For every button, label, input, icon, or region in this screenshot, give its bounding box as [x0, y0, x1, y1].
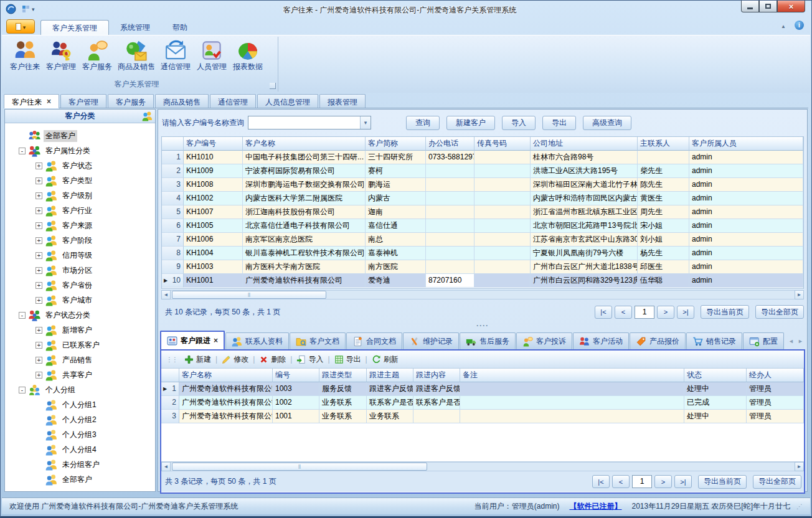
ribbon-item-report[interactable]: 报表数据 — [230, 39, 266, 72]
col-customer-code[interactable]: 客户编号 — [184, 137, 243, 151]
expand-toggle[interactable] — [35, 297, 42, 304]
col-code[interactable]: 编号 — [273, 369, 319, 382]
scroll-left-icon[interactable] — [788, 338, 794, 344]
new-button[interactable]: 新建 — [180, 354, 215, 365]
collapse-toggle[interactable] — [19, 312, 26, 319]
tree-item-ungrouped-customers[interactable]: 未分组客户 — [5, 457, 155, 472]
close-tab-icon[interactable] — [214, 336, 218, 345]
last-page-button[interactable]: >| — [677, 306, 694, 319]
doc-tab-customer-service[interactable]: 客户服务 — [108, 94, 154, 108]
advanced-query-button[interactable]: 高级查询 — [583, 116, 631, 130]
col-address[interactable]: 公司地址 — [531, 137, 638, 151]
tab-quotes[interactable]: 产品报价 — [630, 332, 686, 349]
tab-activities[interactable]: 客户活动 — [573, 332, 629, 349]
table-row[interactable]: 7KH1006南京军区南京总医院南总江苏省南京市玄武区中山东路305号刘小姐ad… — [162, 233, 803, 247]
app-menu-button[interactable] — [6, 19, 35, 34]
table-row-selected[interactable]: 1广州爱奇迪软件科技有限公司1003服务反馈跟进客户反馈...跟进客户反馈...… — [161, 382, 804, 396]
tab-maintenance[interactable]: 维护记录 — [403, 332, 459, 349]
tree-item-personal-group-3[interactable]: 个人分组3 — [5, 427, 155, 442]
tree-item-customer-city[interactable]: 客户城市 — [5, 293, 155, 308]
quick-access-toolbar[interactable] — [22, 4, 35, 13]
customer-search-combo[interactable] — [248, 116, 371, 130]
tree-item-all-customers[interactable]: 全部客户 — [5, 128, 155, 143]
scrollbar-thumb[interactable] — [172, 291, 326, 299]
tree-item-credit-rating[interactable]: 信用等级 — [5, 248, 155, 263]
dialog-launcher-icon[interactable] — [270, 83, 276, 89]
expand-toggle[interactable] — [35, 252, 42, 259]
page-number-input[interactable]: 1 — [635, 306, 654, 319]
expand-toggle[interactable] — [35, 267, 42, 274]
search-input[interactable] — [248, 116, 360, 129]
tab-customer-docs[interactable]: 客户文档 — [290, 332, 346, 349]
tree-item-customer-stage[interactable]: 客户阶段 — [5, 233, 155, 248]
last-page-button[interactable]: >| — [674, 475, 692, 488]
tab-sales-records[interactable]: 销售记录 — [686, 332, 742, 349]
export-current-page-button[interactable]: 导出当前页 — [698, 475, 747, 489]
tree-item-personal-groups[interactable]: 个人分组 — [5, 382, 155, 397]
table-row[interactable]: 3KH1008深圳市鹏海运电子数据交换有限公司鹏海运深圳市福田区深南大道北竹子林… — [162, 178, 803, 192]
doc-tab-communication[interactable]: 通信管理 — [210, 94, 256, 108]
refresh-button[interactable]: 刷新 — [367, 354, 403, 365]
table-row[interactable]: 9KH1003南方医科大学南方医院南方医院广州市白云区广州大道北1838号...… — [162, 260, 803, 274]
export-current-page-button[interactable]: 导出当前页 — [701, 305, 749, 319]
tree-item-all-customers-group[interactable]: 全部客户 — [5, 472, 155, 487]
export-button[interactable]: 导出 — [542, 116, 576, 130]
tree-item-contacted-customers[interactable]: 已联系客户 — [5, 337, 155, 352]
ribbon-item-products-sales[interactable]: 商品及销售 — [115, 39, 158, 72]
close-tab-icon[interactable] — [47, 97, 51, 106]
ribbon-tab-system[interactable]: 系统管理 — [109, 20, 161, 35]
tab-after-sales[interactable]: 售后服务 — [460, 332, 516, 349]
expand-toggle[interactable] — [35, 372, 42, 379]
prev-page-button[interactable]: < — [615, 306, 632, 319]
tab-contract-docs[interactable]: 合同文档 — [346, 332, 402, 349]
expand-toggle[interactable] — [35, 357, 42, 364]
tree-item-customer-level[interactable]: 客户级别 — [5, 188, 155, 203]
ribbon-item-communication[interactable]: 通信管理 — [158, 39, 194, 72]
col-owner[interactable]: 客户所属人员 — [689, 137, 803, 151]
tab-scroll-arrows[interactable] — [788, 338, 803, 344]
query-button[interactable]: 查询 — [406, 116, 440, 130]
delete-button[interactable]: 删除 — [255, 354, 290, 365]
doc-tab-customer-contact[interactable]: 客户往来 — [4, 94, 59, 108]
ribbon-item-personnel[interactable]: 人员管理 — [194, 39, 230, 72]
maximize-button[interactable] — [759, 1, 777, 12]
table-row[interactable]: 6KH1005北京嘉信仕通电子科技有限公司嘉信仕通北京市朝阳区北苑路甲13号院北… — [162, 219, 803, 233]
tree-item-personal-group-1[interactable]: 个人分组1 — [5, 397, 155, 412]
collapse-ribbon-icon[interactable] — [781, 21, 786, 30]
tree-item-personal-group-2[interactable]: 个人分组2 — [5, 412, 155, 427]
doc-tab-report-manage[interactable]: 报表管理 — [319, 94, 366, 108]
tree-item-customer-status[interactable]: 客户状态 — [5, 158, 155, 173]
page-number-input[interactable]: 1 — [632, 475, 652, 488]
export-all-pages-button[interactable]: 导出全部页 — [755, 305, 804, 319]
table-row[interactable]: 8KH1004银川嘉泰神机工程软件技术有限公司嘉泰神机宁夏银川凤凰南街79号六楼… — [162, 247, 803, 260]
close-button[interactable] — [777, 1, 805, 12]
table-row[interactable]: 2KH1009宁波赛柯国际贸易有限公司赛柯洪塘工业A区洪大路195号柴先生adm… — [162, 164, 803, 178]
expand-toggle[interactable] — [35, 177, 42, 184]
first-page-button[interactable]: |< — [595, 306, 612, 319]
scroll-right-icon[interactable] — [798, 338, 803, 344]
col-customer-name[interactable]: 客户名称 — [179, 369, 273, 382]
ribbon-item-customer-manage[interactable]: 客户管理 — [43, 39, 79, 72]
tree-item-customer-source[interactable]: 客户来源 — [5, 218, 155, 233]
prev-page-button[interactable]: < — [612, 475, 630, 488]
scroll-right-icon[interactable] — [795, 290, 804, 299]
col-contact[interactable]: 主联系人 — [638, 137, 689, 151]
ribbon-tab-crm[interactable]: 客户关系管理 — [40, 20, 109, 35]
table-row[interactable]: 3广州爱奇迪软件科技有限公司1001业务联系业务联系处理中管理员 — [161, 410, 804, 423]
qat-dropdown-icon[interactable] — [32, 4, 35, 13]
tree-item-status-category[interactable]: 客户状态分类 — [5, 308, 155, 323]
import-button[interactable]: 导入 — [292, 354, 328, 365]
import-button[interactable]: 导入 — [502, 116, 536, 130]
col-follow-subject[interactable]: 跟进主题 — [367, 369, 413, 382]
tree-item-shared-customers[interactable]: 共享客户 — [5, 367, 155, 382]
scrollbar-thumb[interactable] — [172, 463, 427, 471]
tree-item-product-sales[interactable]: 产品销售 — [5, 352, 155, 367]
tab-complaints[interactable]: 客户投诉 — [516, 332, 572, 349]
registration-link[interactable]: 【软件已注册】 — [569, 501, 621, 512]
tab-contacts[interactable]: 联系人资料 — [225, 332, 289, 349]
expand-toggle[interactable] — [35, 207, 42, 214]
table-row[interactable]: 4KH1002内蒙古医科大学第二附属医院内蒙古内蒙古呼和浩特市回民区内蒙古医..… — [162, 192, 803, 205]
col-fax[interactable]: 传真号码 — [474, 137, 531, 151]
table-row[interactable]: 1KH1010中国电子科技集团公司第三十四研...三十四研究所0733-5881… — [162, 151, 803, 164]
category-settings-icon[interactable] — [142, 111, 153, 121]
